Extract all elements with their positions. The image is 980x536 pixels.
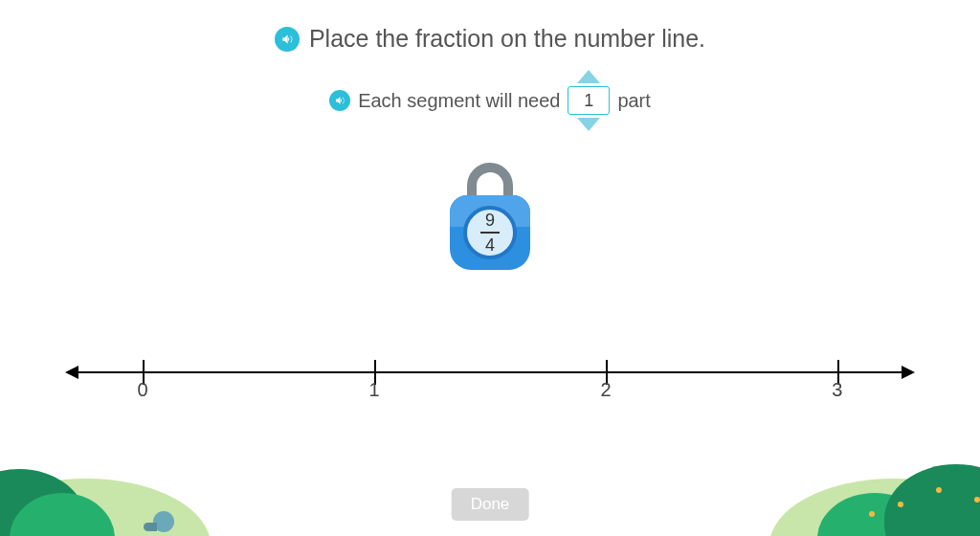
speaker-icon[interactable] [275,27,300,52]
lock-handle-icon [467,163,513,197]
tick: 0 [143,360,145,385]
tick: 3 [837,360,839,385]
fraction-denominator: 4 [485,236,495,254]
tick-label: 0 [138,379,148,401]
segment-suffix: part [617,90,650,112]
chevron-up-icon[interactable] [577,70,600,83]
fraction-display: 9 4 [463,206,517,259]
fraction-numerator: 9 [485,212,495,229]
tick: 2 [606,360,608,385]
tick: 1 [374,360,376,385]
tick-label: 3 [832,379,842,401]
fraction-bar-icon [480,232,500,234]
page-title: Place the fraction on the number line. [309,25,705,53]
tick-label: 2 [600,379,611,401]
tick-label: 1 [368,379,379,401]
lock-body-icon: 9 4 [450,195,530,270]
fraction-lock-draggable[interactable]: 9 4 [450,163,530,270]
speaker-icon[interactable] [329,90,350,111]
parts-input[interactable] [568,86,610,115]
hill-decoration [769,479,980,536]
hill-decoration [0,479,211,536]
segment-prefix: Each segment will need [358,90,560,112]
done-button[interactable]: Done [452,488,529,521]
title-row: Place the fraction on the number line. [0,0,980,53]
chevron-down-icon[interactable] [577,118,600,131]
parts-stepper[interactable] [568,70,610,131]
numberline-axis: 0 1 2 3 [77,371,903,373]
segment-parts-row: Each segment will need part [0,70,980,131]
numberline[interactable]: 0 1 2 3 [77,371,903,373]
